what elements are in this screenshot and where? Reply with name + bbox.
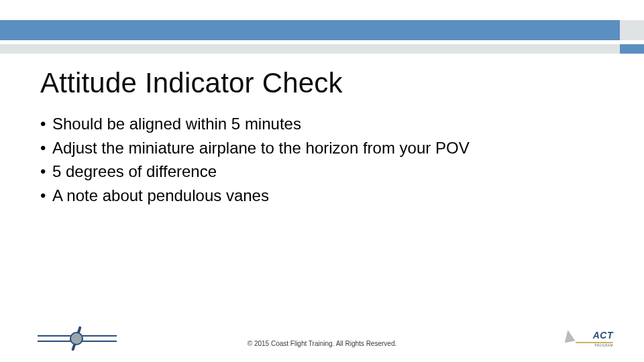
slide-title: Attitude Indicator Check [40,67,343,99]
bullet-item: A note about pendulous vanes [40,184,604,207]
subheader-bar-gray [0,44,620,54]
logo-plane-icon [563,329,576,343]
copyright-text: © 2015 Coast Flight Training. All Rights… [0,340,644,347]
bullet-list: Should be aligned within 5 minutes Adjus… [40,113,604,208]
bullet-item: Should be aligned within 5 minutes [40,113,604,135]
act-logo-text: ACT [593,330,613,341]
subheader-bar-blue-cap [620,44,644,54]
bullet-item: Adjust the miniature airplane to the hor… [40,137,604,160]
footer: © 2015 Coast Flight Training. All Rights… [0,320,644,362]
act-program-logo: ACT PROGRAM [562,327,613,354]
header-bar-blue [0,20,620,40]
slide: Attitude Indicator Check Should be align… [0,0,644,362]
logo-divider-icon [576,342,613,343]
header-bar-gray-cap [620,20,644,40]
act-logo-subtext: PROGRAM [595,344,613,347]
bullet-item: 5 degrees of difference [40,160,604,183]
